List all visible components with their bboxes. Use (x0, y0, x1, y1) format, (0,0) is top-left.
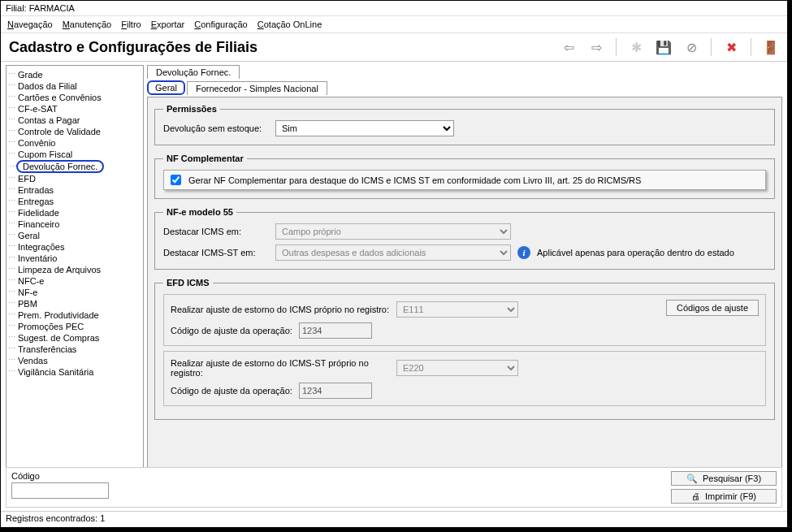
print-icon: 🖨 (691, 491, 700, 501)
legend-nfe55: NF-e modelo 55 (163, 207, 236, 217)
tab-devolucao-fornec[interactable]: Devolução Fornec. (147, 65, 240, 79)
efd-box-icms: Códigos de ajuste Realizar ajuste de est… (163, 294, 766, 346)
label-realizar-ajuste-icmsst: Realizar ajuste de estorno do ICMS-ST pr… (171, 358, 390, 378)
tree-item-nfe[interactable]: NF-e (6, 287, 143, 298)
label-codigo-ajuste-icmsst: Código de ajuste da operação: (171, 386, 292, 396)
fieldset-efd-icms: EFD ICMS Códigos de ajuste Realizar ajus… (154, 278, 775, 420)
search-icon: 🔍 (686, 474, 698, 484)
menu-filtro[interactable]: Filtro (121, 19, 141, 29)
back-icon[interactable]: ⇦ (560, 39, 577, 55)
tree-item-promo-pec[interactable]: Promoções PEC (6, 321, 143, 332)
page-title: Cadastro e Configurações de Filiais (9, 39, 258, 56)
window-title: Filial: FARMACIA (1, 1, 787, 16)
input-codigo-ajuste-icmsst (299, 383, 372, 399)
fieldset-nfe55: NF-e modelo 55 Destacar ICMS em: Campo p… (154, 207, 775, 270)
tree-item-vendas[interactable]: Vendas (6, 355, 143, 366)
tree-item-controle-validade[interactable]: Controle de Validade (6, 126, 143, 137)
input-codigo[interactable] (11, 482, 109, 499)
save-icon[interactable]: 💾 (656, 39, 672, 55)
legend-nf-complementar: NF Complementar (163, 154, 247, 163)
tree-item-integracoes[interactable]: Integrações (6, 241, 143, 253)
forward-icon[interactable]: ⇨ (588, 39, 604, 55)
tree-item-entregas[interactable]: Entregas (6, 196, 143, 207)
sidebar-tree[interactable]: Grade Dados da Filial Cartões e Convênio… (6, 65, 144, 469)
tree-item-entradas[interactable]: Entradas (6, 184, 143, 196)
tree-item-nfce[interactable]: NFC-e (6, 275, 143, 287)
tree-item-cfesat[interactable]: CF-e-SAT (6, 103, 143, 115)
footer: Código 🔍 Pesquisar (F3) 🖨 Imprimir (F9) (6, 467, 782, 508)
select-realizar-ajuste-icms: E111 (396, 301, 518, 318)
tree-item-inventario[interactable]: Inventário (6, 253, 143, 264)
select-destacar-icmsst: Outras despesas e dados adicionais (275, 244, 511, 261)
tree-item-fidelidade[interactable]: Fidelidade (6, 207, 143, 218)
menu-manutencao[interactable]: Manutenção (63, 19, 112, 29)
tree-item-prem-prod[interactable]: Prem. Produtividade (6, 309, 143, 321)
tab-geral[interactable]: Geral (147, 80, 185, 95)
content-body: Permissões Devolução sem estoque: Sim NF… (147, 97, 782, 472)
fieldset-nf-complementar: NF Complementar Gerar NF Complementar pa… (154, 154, 775, 199)
tree-item-geral[interactable]: Geral (6, 230, 143, 241)
new-icon[interactable]: ✱ (628, 39, 644, 55)
label-destacar-icms: Destacar ICMS em: (163, 227, 269, 236)
label-devolucao-sem-estoque: Devolução sem estoque: (163, 123, 269, 133)
fieldset-permissoes: Permissões Devolução sem estoque: Sim (154, 104, 775, 145)
menu-cotacao[interactable]: Cotação OnLine (258, 19, 322, 29)
pesquisar-button[interactable]: 🔍 Pesquisar (F3) (671, 471, 777, 486)
tree-item-sugest-compras[interactable]: Sugest. de Compras (6, 332, 143, 344)
tree-item-financeiro[interactable]: Financeiro (6, 218, 143, 230)
tree-item-devolucao-fornec[interactable]: Devolução Fornec. (16, 160, 104, 173)
select-devolucao-sem-estoque[interactable]: Sim (275, 120, 454, 136)
tree-item-convenio[interactable]: Convênio (6, 137, 143, 149)
efd-box-icmsst: Realizar ajuste de estorno do ICMS-ST pr… (163, 351, 766, 406)
toolbar: ⇦ ⇨ ✱ 💾 ⊘ ✖ 🚪 (560, 38, 779, 56)
divider (711, 38, 712, 56)
divider (751, 38, 751, 56)
imprimir-button[interactable]: 🖨 Imprimir (F9) (671, 489, 777, 504)
menu-configuracao[interactable]: Configuração (194, 19, 247, 29)
select-destacar-icms: Campo próprio (275, 223, 511, 240)
checkbox-gerar-nf-complementar-row[interactable]: Gerar NF Complementar para destaque do I… (163, 170, 766, 190)
divider (616, 38, 617, 56)
cancel-icon[interactable]: ⊘ (683, 39, 699, 55)
legend-permissoes: Permissões (163, 104, 220, 114)
pesquisar-label: Pesquisar (F3) (703, 474, 761, 483)
checkbox-gerar-nf-complementar[interactable] (171, 175, 181, 185)
menu-navegacao[interactable]: Navegação (7, 19, 53, 29)
status-bar: Registros encontrados: 1 (1, 511, 787, 527)
menu-exportar[interactable]: Exportar (151, 19, 185, 29)
imprimir-label: Imprimir (F9) (705, 491, 756, 501)
label-gerar-nf-complementar: Gerar NF Complementar para destaque do I… (188, 175, 641, 185)
select-realizar-ajuste-icmsst: E220 (396, 360, 518, 376)
tree-item-dados-filial[interactable]: Dados da Filial (6, 80, 143, 92)
tab-fornecedor-simples[interactable]: Fornecedor - Simples Nacional (187, 81, 327, 95)
label-codigo-ajuste-icms: Código de ajuste da operação: (171, 326, 292, 335)
info-icon: i (517, 246, 530, 259)
tree-item-limpeza[interactable]: Limpeza de Arquivos (6, 264, 143, 275)
tree-item-efd[interactable]: EFD (6, 173, 143, 184)
input-codigo-ajuste-icms (299, 322, 372, 339)
exit-icon[interactable]: 🚪 (763, 39, 779, 55)
label-destacar-icmsst: Destacar ICMS-ST em: (163, 248, 269, 257)
tree-item-transferencias[interactable]: Transferências (6, 344, 143, 355)
tree-item-cartoes[interactable]: Cartões e Convênios (6, 92, 143, 103)
tree-item-cupom-fiscal[interactable]: Cupom Fiscal (6, 149, 143, 160)
tree-item-grade[interactable]: Grade (6, 69, 143, 80)
menu-bar: Navegação Manutenção Filtro Exportar Con… (1, 16, 787, 33)
legend-efd-icms: EFD ICMS (163, 278, 213, 288)
tree-item-contas-pagar[interactable]: Contas a Pagar (6, 115, 143, 126)
label-realizar-ajuste-icms: Realizar ajuste de estorno do ICMS própr… (171, 305, 390, 314)
tree-item-pbm[interactable]: PBM (6, 298, 143, 309)
codigos-ajuste-button[interactable]: Códigos de ajuste (666, 300, 759, 316)
label-codigo: Código (11, 471, 109, 481)
tree-item-vigilancia[interactable]: Vigilância Sanitária (6, 366, 143, 378)
delete-icon[interactable]: ✖ (723, 39, 739, 55)
info-text: Aplicável apenas para operação dentro do… (537, 248, 734, 257)
